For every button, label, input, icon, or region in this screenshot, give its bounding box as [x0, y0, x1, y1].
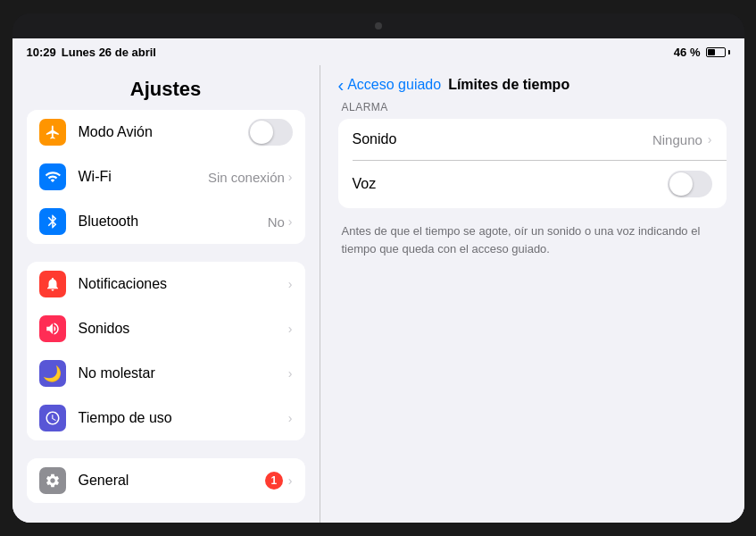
- modo-avion-label: Modo Avión: [79, 124, 248, 140]
- alarma-description: Antes de que el tiempo se agote, oír un …: [338, 222, 727, 257]
- notifications-icon: [39, 271, 66, 297]
- bluetooth-icon: [39, 208, 66, 235]
- voz-item[interactable]: Voz: [338, 160, 727, 208]
- screen: 10:29 Lunes 26 de abril 46 % Ajustes: [12, 38, 744, 523]
- sidebar-item-tiempo-uso[interactable]: Tiempo de uso ›: [27, 396, 305, 440]
- battery-icon: [706, 47, 730, 57]
- status-bar: 10:29 Lunes 26 de abril 46 %: [12, 38, 744, 65]
- no-molestar-chevron: ›: [288, 366, 293, 381]
- bluetooth-value: No: [268, 214, 285, 230]
- modo-avion-toggle-thumb: [250, 121, 273, 144]
- sidebar-item-wifi[interactable]: Wi-Fi Sin conexión ›: [27, 155, 305, 199]
- date-display: Lunes 26 de abril: [62, 46, 156, 59]
- status-right: 46 %: [674, 46, 730, 59]
- panel-header: Ajustes: [12, 65, 320, 110]
- voz-toggle-thumb: [669, 172, 693, 196]
- tiempo-uso-chevron: ›: [288, 411, 293, 425]
- system-group: General 1 ›: [27, 458, 305, 503]
- screen-time-icon: [39, 405, 66, 431]
- sidebar-item-general[interactable]: General 1 ›: [27, 458, 305, 503]
- apps-group: Notificaciones › Sonidos ›: [27, 262, 305, 440]
- do-not-disturb-icon: 🌙: [39, 360, 66, 387]
- back-chevron-icon: ‹: [338, 76, 345, 94]
- sidebar-item-notificaciones[interactable]: Notificaciones ›: [27, 262, 305, 306]
- right-content: ALARMA Sonido Ninguno › Voz: [320, 101, 744, 523]
- tiempo-uso-label: Tiempo de uso: [79, 410, 288, 426]
- sidebar-item-bluetooth[interactable]: Bluetooth No ›: [27, 199, 305, 244]
- settings-list: Modo Avión Wi-Fi: [12, 110, 320, 523]
- sidebar-item-no-molestar[interactable]: 🌙 No molestar ›: [27, 351, 305, 396]
- sonidos-chevron: ›: [288, 322, 293, 336]
- sonido-chevron: ›: [708, 132, 712, 147]
- settings-title: Ajustes: [27, 78, 305, 101]
- right-panel: ‹ Acceso guiado Límites de tiempo ALARMA…: [320, 65, 744, 523]
- device-frame: 10:29 Lunes 26 de abril 46 % Ajustes: [12, 13, 744, 523]
- camera-dot: [375, 22, 382, 29]
- bluetooth-chevron: ›: [288, 214, 293, 229]
- sounds-icon: [39, 315, 66, 342]
- left-panel: Ajustes Modo Avión: [12, 65, 320, 523]
- notificaciones-chevron: ›: [288, 277, 293, 291]
- connectivity-group: Modo Avión Wi-Fi: [27, 110, 305, 244]
- battery-tip: [728, 50, 730, 54]
- right-panel-title: Límites de tiempo: [448, 77, 569, 93]
- no-molestar-label: No molestar: [79, 365, 288, 381]
- sonidos-label: Sonidos: [79, 321, 288, 337]
- airplane-icon: [39, 119, 66, 146]
- general-label: General: [79, 473, 265, 489]
- modo-avion-toggle[interactable]: [248, 119, 293, 146]
- sonido-label: Sonido: [353, 131, 652, 147]
- voz-label: Voz: [353, 176, 668, 192]
- camera-bar: [12, 13, 744, 38]
- status-left: 10:29 Lunes 26 de abril: [27, 46, 156, 59]
- wifi-label: Wi-Fi: [79, 169, 208, 185]
- sonido-value: Ninguno: [652, 132, 702, 147]
- back-text: Acceso guiado: [347, 77, 441, 93]
- sonido-item[interactable]: Sonido Ninguno ›: [338, 119, 727, 160]
- wifi-icon: [39, 163, 66, 190]
- notificaciones-label: Notificaciones: [79, 276, 288, 292]
- battery-body: [706, 47, 726, 57]
- main-content: Ajustes Modo Avión: [12, 65, 744, 523]
- wifi-value: Sin conexión: [208, 170, 285, 185]
- time-display: 10:29: [27, 46, 56, 59]
- alarma-card-group: Sonido Ninguno › Voz: [338, 119, 727, 208]
- general-icon: [39, 467, 66, 494]
- back-link[interactable]: ‹ Acceso guiado: [338, 76, 442, 94]
- sidebar-item-modo-avion[interactable]: Modo Avión: [27, 110, 305, 155]
- bluetooth-label: Bluetooth: [79, 214, 268, 230]
- voz-toggle[interactable]: [668, 171, 712, 197]
- battery-fill: [708, 49, 715, 55]
- right-header: ‹ Acceso guiado Límites de tiempo: [320, 65, 744, 101]
- alarma-section-label: ALARMA: [338, 101, 727, 113]
- general-badge: 1: [265, 472, 283, 490]
- battery-percent: 46 %: [674, 46, 701, 59]
- wifi-chevron: ›: [288, 170, 293, 184]
- general-chevron: ›: [288, 473, 293, 488]
- sidebar-item-sonidos[interactable]: Sonidos ›: [27, 306, 305, 351]
